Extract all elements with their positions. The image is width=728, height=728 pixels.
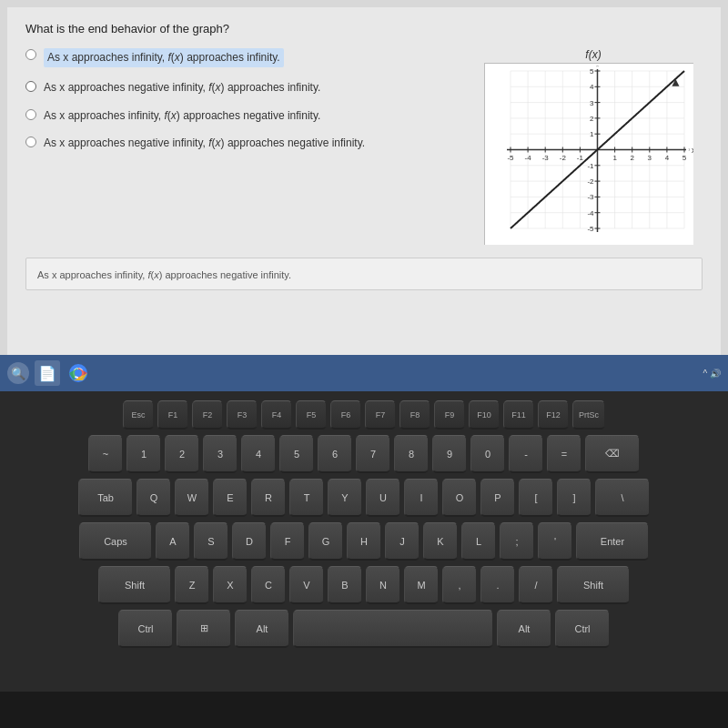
key-enter[interactable]: Enter [576, 522, 649, 561]
key-backtick[interactable]: ~ [88, 435, 123, 473]
key-w[interactable]: W [175, 479, 209, 517]
file-manager-icon[interactable]: 📄 [35, 360, 60, 386]
key-y[interactable]: Y [328, 479, 362, 517]
key-f1[interactable]: F1 [157, 400, 188, 430]
key-f[interactable]: F [270, 522, 305, 561]
main-row: As x approaches infinity, f(x) approache… [25, 48, 703, 245]
key-f12[interactable]: F12 [538, 400, 569, 430]
key-o[interactable]: O [442, 479, 477, 517]
key-j[interactable]: J [385, 522, 420, 561]
key-rshift[interactable]: Shift [557, 566, 630, 604]
key-rctrl[interactable]: Ctrl [555, 610, 610, 648]
option-c[interactable]: As x approaches infinity, f(x) approache… [25, 108, 475, 124]
key-caps[interactable]: Caps [79, 522, 152, 561]
key-win[interactable]: ⊞ [177, 610, 231, 648]
svg-point-2 [75, 369, 82, 377]
key-8[interactable]: 8 [394, 435, 429, 473]
search-button[interactable]: 🔍 [7, 362, 29, 384]
key-d[interactable]: D [232, 522, 267, 561]
key-lalt[interactable]: Alt [235, 610, 289, 648]
key-v[interactable]: V [289, 566, 324, 604]
key-x[interactable]: X [213, 566, 248, 604]
key-0[interactable]: 0 [470, 435, 505, 473]
key-f10[interactable]: F10 [469, 400, 500, 430]
key-quote[interactable]: ' [538, 522, 572, 561]
key-q[interactable]: Q [136, 479, 171, 517]
key-k[interactable]: K [423, 522, 458, 561]
key-prtsc[interactable]: PrtSc [572, 400, 605, 430]
key-4[interactable]: 4 [241, 435, 276, 473]
key-slash[interactable]: / [519, 566, 553, 604]
bottom-row: Ctrl ⊞ Alt Alt Ctrl [14, 610, 714, 648]
answer-label: As x approaches infinity, f(x) approache… [37, 269, 291, 280]
key-tab[interactable]: Tab [78, 479, 133, 517]
key-f8[interactable]: F8 [399, 400, 430, 430]
key-lctrl[interactable]: Ctrl [118, 610, 173, 648]
radio-b[interactable] [25, 81, 36, 92]
key-i[interactable]: I [404, 479, 439, 517]
key-h[interactable]: H [347, 522, 381, 561]
key-9[interactable]: 9 [432, 435, 467, 473]
option-b-text: As x approaches negative infinity, f(x) … [44, 80, 320, 96]
key-f4[interactable]: F4 [261, 400, 292, 430]
key-t[interactable]: T [289, 479, 324, 517]
options-column: As x approaches infinity, f(x) approache… [25, 48, 475, 245]
radio-d[interactable] [25, 136, 36, 147]
key-f5[interactable]: F5 [296, 400, 327, 430]
key-minus[interactable]: - [509, 435, 543, 473]
key-f9[interactable]: F9 [434, 400, 465, 430]
key-backslash[interactable]: \ [595, 479, 650, 517]
option-b[interactable]: As x approaches negative infinity, f(x) … [25, 80, 475, 96]
key-backspace[interactable]: ⌫ [585, 435, 640, 473]
chrome-icon[interactable] [66, 360, 91, 386]
key-c[interactable]: C [251, 566, 286, 604]
key-2[interactable]: 2 [165, 435, 199, 473]
key-period[interactable]: . [480, 566, 515, 604]
key-f2[interactable]: F2 [192, 400, 223, 430]
key-lshift[interactable]: Shift [98, 566, 171, 604]
key-u[interactable]: U [366, 479, 400, 517]
key-equals[interactable]: = [547, 435, 581, 473]
taskbar-right: ^ 🔊 [703, 369, 721, 379]
key-7[interactable]: 7 [356, 435, 390, 473]
key-f7[interactable]: F7 [365, 400, 396, 430]
key-b[interactable]: B [328, 566, 362, 604]
option-c-text: As x approaches infinity, f(x) approache… [44, 108, 320, 124]
asdf-row: Caps A S D F G H J K L ; ' Enter [14, 522, 714, 561]
key-z[interactable]: Z [175, 566, 209, 604]
option-d-text: As x approaches negative infinity, f(x) … [44, 136, 365, 151]
key-f6[interactable]: F6 [330, 400, 361, 430]
key-n[interactable]: N [366, 566, 400, 604]
key-rbracket[interactable]: ] [557, 479, 592, 517]
key-3[interactable]: 3 [203, 435, 238, 473]
key-r[interactable]: R [251, 479, 286, 517]
option-d[interactable]: As x approaches negative infinity, f(x) … [25, 136, 475, 151]
key-6[interactable]: 6 [318, 435, 352, 473]
key-s[interactable]: S [194, 522, 228, 561]
key-l[interactable]: L [461, 522, 496, 561]
key-p[interactable]: P [480, 479, 515, 517]
key-space[interactable] [293, 610, 493, 648]
key-ralt[interactable]: Alt [497, 610, 551, 648]
key-esc[interactable]: Esc [123, 400, 154, 430]
key-semicolon[interactable]: ; [500, 522, 534, 561]
number-row: ~ 1 2 3 4 5 6 7 8 9 0 - = ⌫ [14, 435, 714, 473]
key-a[interactable]: A [156, 522, 190, 561]
function-row: Esc F1 F2 F3 F4 F5 F6 F7 F8 F9 F10 F11 F… [14, 400, 714, 430]
key-f3[interactable]: F3 [227, 400, 258, 430]
screen: What is the end behavior of the graph? A… [0, 0, 728, 391]
key-f11[interactable]: F11 [503, 400, 534, 430]
key-5[interactable]: 5 [279, 435, 314, 473]
radio-c[interactable] [25, 109, 36, 120]
keyboard: Esc F1 F2 F3 F4 F5 F6 F7 F8 F9 F10 F11 F… [0, 391, 728, 692]
radio-a[interactable] [25, 49, 36, 60]
key-e[interactable]: E [213, 479, 248, 517]
key-lbracket[interactable]: [ [519, 479, 553, 517]
graph-container: f(x) [484, 48, 703, 245]
option-a[interactable]: As x approaches infinity, f(x) approache… [25, 48, 475, 67]
key-comma[interactable]: , [442, 566, 477, 604]
key-g[interactable]: G [308, 522, 343, 561]
key-1[interactable]: 1 [126, 435, 161, 473]
key-m[interactable]: M [404, 566, 439, 604]
graph-title: f(x) [484, 48, 703, 61]
